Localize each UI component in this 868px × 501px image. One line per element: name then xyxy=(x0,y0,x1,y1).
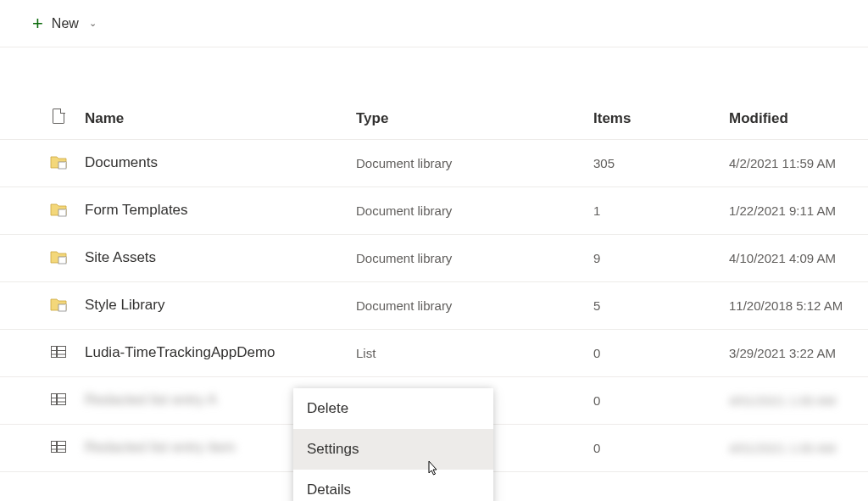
doclib-icon xyxy=(0,234,85,281)
svg-rect-2 xyxy=(58,257,66,264)
header-items[interactable]: Items xyxy=(593,98,729,139)
context-menu-item-settings[interactable]: Settings xyxy=(293,429,493,470)
row-name[interactable]: Form Templates xyxy=(85,186,356,234)
row-modified: 4/01/2021 1:00 AM xyxy=(729,376,868,424)
row-name[interactable]: Site Assets xyxy=(85,234,356,281)
table-row[interactable]: Site AssetsDocument library94/10/2021 4:… xyxy=(0,234,868,281)
list-icon xyxy=(0,424,85,471)
row-name[interactable]: Style Library xyxy=(85,281,356,329)
doclib-icon xyxy=(0,281,85,329)
row-name[interactable]: Documents xyxy=(85,139,356,186)
table-row[interactable]: Form TemplatesDocument library11/22/2021… xyxy=(0,186,868,234)
row-items: 9 xyxy=(593,234,729,281)
svg-rect-0 xyxy=(58,162,66,169)
context-menu-item-delete[interactable]: Delete xyxy=(293,388,493,429)
svg-rect-3 xyxy=(58,304,66,311)
doclib-icon xyxy=(0,186,85,234)
row-type: Document library xyxy=(356,186,593,234)
plus-icon: + xyxy=(32,14,43,33)
row-type: Document library xyxy=(356,281,593,329)
row-items: 1 xyxy=(593,186,729,234)
table-header-row: Name Type Items Modified xyxy=(0,98,868,139)
toolbar: + New ⌄ xyxy=(0,0,868,47)
doclib-icon xyxy=(0,139,85,186)
row-items: 305 xyxy=(593,139,729,186)
row-type: Document library xyxy=(356,139,593,186)
table-row[interactable]: Style LibraryDocument library511/20/2018… xyxy=(0,281,868,329)
file-icon xyxy=(53,109,64,124)
header-icon xyxy=(0,98,85,139)
row-type: Document library xyxy=(356,234,593,281)
row-modified: 4/10/2021 4:09 AM xyxy=(729,234,868,281)
header-type[interactable]: Type xyxy=(356,98,593,139)
list-icon xyxy=(0,376,85,424)
row-modified: 1/22/2021 9:11 AM xyxy=(729,186,868,234)
svg-rect-1 xyxy=(58,209,66,216)
row-modified: 4/2/2021 11:59 AM xyxy=(729,139,868,186)
table-row[interactable]: DocumentsDocument library3054/2/2021 11:… xyxy=(0,139,868,186)
new-button-label: New xyxy=(52,16,79,31)
row-modified: 3/29/2021 3:22 AM xyxy=(729,329,868,376)
row-items: 5 xyxy=(593,281,729,329)
table-row[interactable]: Ludia-TimeTrackingAppDemoList03/29/2021 … xyxy=(0,329,868,376)
list-icon xyxy=(0,329,85,376)
row-items: 0 xyxy=(593,329,729,376)
header-name[interactable]: Name xyxy=(85,98,356,139)
context-menu-item-details[interactable]: Details xyxy=(293,470,493,501)
row-modified: 4/01/2021 1:00 AM xyxy=(729,424,868,471)
new-button[interactable]: + New ⌄ xyxy=(32,14,97,33)
row-items: 0 xyxy=(593,424,729,471)
row-name[interactable]: Ludia-TimeTrackingAppDemo xyxy=(85,329,356,376)
chevron-down-icon: ⌄ xyxy=(89,18,97,29)
row-type: List xyxy=(356,329,593,376)
header-modified[interactable]: Modified xyxy=(729,98,868,139)
row-items: 0 xyxy=(593,376,729,424)
context-menu: DeleteSettingsDetails xyxy=(293,388,493,501)
row-modified: 11/20/2018 5:12 AM xyxy=(729,281,868,329)
